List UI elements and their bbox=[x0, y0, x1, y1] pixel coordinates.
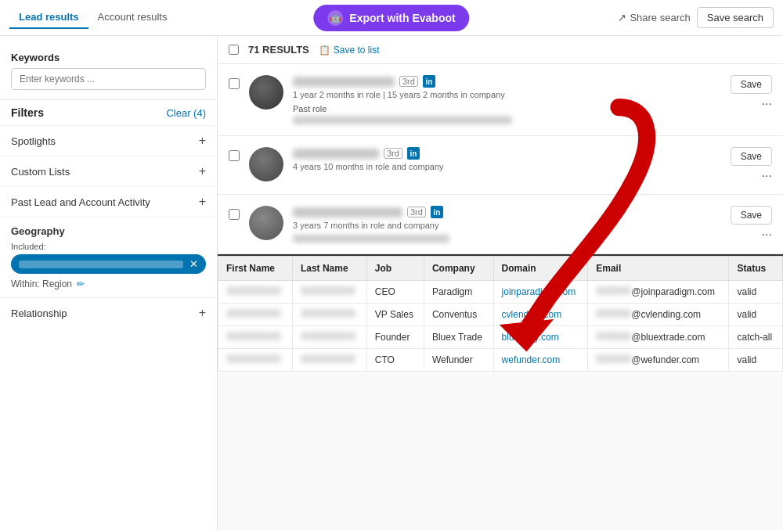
content-area: 71 RESULTS 📋 Save to list 3rd in 1 year … bbox=[218, 36, 783, 530]
table-section: First Name Last Name Job Company Domain … bbox=[218, 254, 783, 372]
lead-name-row-2: 3rd in bbox=[293, 147, 721, 160]
cell-email: @cvlending.com bbox=[588, 304, 729, 326]
cell-company: Conventus bbox=[424, 304, 493, 326]
cell-domain[interactable]: joinparadigm.com bbox=[493, 281, 588, 304]
clear-filters-button[interactable]: Clear (4) bbox=[166, 107, 206, 119]
lead-duration-1: 1 year 2 months in role | 15 years 2 mon… bbox=[293, 90, 721, 99]
cell-domain[interactable]: bluexpay.com bbox=[493, 326, 588, 349]
filters-title: Filters bbox=[11, 106, 44, 119]
linkedin-icon-2[interactable]: in bbox=[407, 147, 420, 160]
last-name-blur bbox=[301, 309, 355, 318]
lead-connection-badge-1: 3rd bbox=[399, 76, 418, 87]
lead-duration-2: 4 years 10 months in role and company bbox=[293, 162, 721, 171]
linkedin-icon-3[interactable]: in bbox=[431, 206, 443, 218]
lead-connection-badge-2: 3rd bbox=[384, 148, 402, 159]
cell-status: catch-all bbox=[729, 326, 783, 349]
sidebar: Keywords Filters Clear (4) Spotlights + … bbox=[0, 36, 218, 530]
custom-lists-expand-icon: + bbox=[199, 164, 206, 178]
filters-header: Filters Clear (4) bbox=[0, 99, 217, 125]
top-bar: Lead results Account results 🤖 Export wi… bbox=[0, 0, 783, 36]
col-job: Job bbox=[366, 257, 424, 281]
last-name-blur bbox=[301, 354, 355, 363]
email-local-blur bbox=[596, 354, 631, 363]
cell-company: Bluex Trade bbox=[424, 326, 493, 349]
table-row: VP SalesConventuscvlending.com@cvlending… bbox=[218, 304, 783, 326]
cell-status: valid bbox=[729, 281, 783, 304]
top-right-buttons: ↗ Share search Save search bbox=[618, 7, 774, 28]
lead-more-button-2[interactable]: ··· bbox=[762, 169, 772, 183]
lead-more-button-1[interactable]: ··· bbox=[762, 97, 772, 111]
cell-job: VP Sales bbox=[366, 304, 424, 326]
share-icon: ↗ bbox=[618, 12, 626, 23]
cell-first-name bbox=[218, 326, 293, 349]
past-activity-label: Past Lead and Account Activity bbox=[11, 196, 150, 208]
cell-job: Founder bbox=[366, 326, 424, 349]
select-all-checkbox[interactable] bbox=[229, 45, 239, 55]
within-region-edit-icon[interactable]: ✏ bbox=[77, 279, 85, 289]
geo-chip-remove-icon[interactable]: ✕ bbox=[189, 258, 198, 270]
relationship-label: Relationship bbox=[11, 307, 67, 319]
tab-lead-results[interactable]: Lead results bbox=[9, 6, 88, 29]
lead-checkbox-1[interactable] bbox=[229, 78, 240, 89]
table-row: CTOWefunderwefunder.com@wefunder.comvali… bbox=[218, 349, 783, 372]
table-row: FounderBluex Tradebluexpay.com@bluextrad… bbox=[218, 326, 783, 349]
cell-job: CTO bbox=[366, 349, 424, 372]
lead-actions-3: Save ··· bbox=[731, 206, 772, 242]
export-evaboot-button[interactable]: 🤖 Export with Evaboot bbox=[313, 5, 469, 31]
lead-checkbox-3[interactable] bbox=[229, 209, 240, 220]
save-search-button[interactable]: Save search bbox=[697, 7, 774, 28]
cell-email: @bluextrade.com bbox=[588, 326, 729, 349]
keywords-input[interactable] bbox=[11, 68, 206, 90]
lead-checkbox-2[interactable] bbox=[229, 150, 240, 161]
cell-last-name bbox=[292, 349, 366, 372]
results-count: 71 RESULTS bbox=[248, 44, 309, 56]
tab-account-results[interactable]: Account results bbox=[88, 6, 177, 29]
lead-actions-1: Save ··· bbox=[731, 75, 772, 111]
share-search-button[interactable]: ↗ Share search bbox=[618, 12, 690, 23]
lead-avatar-2 bbox=[249, 147, 283, 182]
geography-label: Geography bbox=[11, 225, 206, 237]
sidebar-item-relationship[interactable]: Relationship + bbox=[0, 297, 217, 328]
domain-link[interactable]: wefunder.com bbox=[502, 354, 561, 365]
sidebar-item-spotlights[interactable]: Spotlights + bbox=[0, 125, 217, 156]
cell-status: valid bbox=[729, 304, 783, 326]
cell-first-name bbox=[218, 304, 293, 326]
lead-save-button-3[interactable]: Save bbox=[731, 206, 772, 225]
geography-section: Geography Included: ✕ Within: Region ✏ bbox=[0, 217, 217, 297]
email-local-blur bbox=[596, 309, 631, 318]
sidebar-item-custom-lists[interactable]: Custom Lists + bbox=[0, 156, 217, 186]
lead-more-button-3[interactable]: ··· bbox=[762, 228, 772, 242]
domain-link[interactable]: joinparadigm.com bbox=[502, 286, 576, 297]
lead-avatar-1 bbox=[249, 75, 283, 110]
lead-role-blur-1 bbox=[293, 116, 512, 124]
geo-chip-text bbox=[19, 261, 183, 268]
lead-avatar-3 bbox=[249, 206, 283, 240]
lead-name-blur-1 bbox=[293, 77, 395, 87]
first-name-blur bbox=[226, 332, 281, 340]
spotlights-label: Spotlights bbox=[11, 135, 56, 147]
email-domain: @joinparadigm.com bbox=[631, 286, 715, 297]
geography-chip[interactable]: ✕ bbox=[11, 254, 206, 274]
sidebar-item-past-activity[interactable]: Past Lead and Account Activity + bbox=[0, 186, 217, 217]
email-domain: @cvlending.com bbox=[631, 309, 701, 320]
linkedin-icon-1[interactable]: in bbox=[423, 75, 435, 88]
cell-company: Wefunder bbox=[424, 349, 493, 372]
cell-domain[interactable]: wefunder.com bbox=[493, 349, 588, 372]
lead-save-button-2[interactable]: Save bbox=[731, 147, 772, 166]
lead-save-button-1[interactable]: Save bbox=[731, 75, 772, 94]
last-name-blur bbox=[301, 286, 355, 295]
within-region-label: Within: Region ✏ bbox=[11, 279, 206, 289]
robot-icon: 🤖 bbox=[327, 10, 343, 26]
col-email: Email bbox=[588, 257, 729, 281]
col-status: Status bbox=[729, 257, 783, 281]
save-to-list-button[interactable]: 📋 Save to list bbox=[319, 45, 380, 56]
domain-link[interactable]: bluexpay.com bbox=[502, 332, 559, 343]
email-domain: @bluextrade.com bbox=[631, 332, 705, 343]
past-activity-expand-icon: + bbox=[199, 195, 206, 209]
main-layout: Keywords Filters Clear (4) Spotlights + … bbox=[0, 36, 783, 530]
cell-first-name bbox=[218, 281, 293, 304]
cell-job: CEO bbox=[366, 281, 424, 304]
data-table: First Name Last Name Job Company Domain … bbox=[218, 256, 783, 372]
domain-link[interactable]: cvlending.com bbox=[502, 309, 562, 320]
cell-domain[interactable]: cvlending.com bbox=[493, 304, 588, 326]
